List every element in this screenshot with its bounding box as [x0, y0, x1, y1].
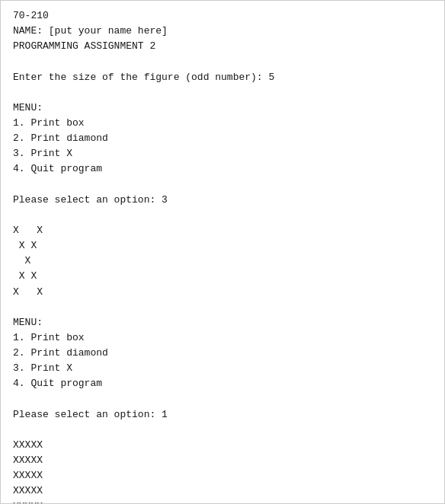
terminal-output: 70-210 NAME: [put your name here] PROGRA…	[0, 0, 445, 504]
